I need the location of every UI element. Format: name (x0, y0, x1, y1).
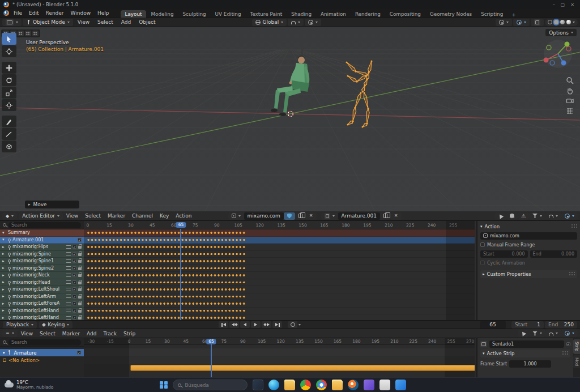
workspace-tab[interactable]: Layout (121, 10, 147, 18)
keyframe-row[interactable] (84, 314, 475, 320)
nla-only-selected-button[interactable] (518, 330, 529, 337)
rotate-tool-button[interactable] (2, 74, 16, 86)
channel-row[interactable]: mixamorig:LeftHand ✓ (0, 308, 84, 315)
cyclic-checkbox[interactable] (480, 261, 485, 265)
start-button[interactable] (160, 381, 168, 389)
toggle-ortho-icon[interactable] (564, 106, 575, 116)
operator-panel[interactable]: ▸Move (25, 201, 79, 208)
select-mode-subtract-icon[interactable] (18, 31, 24, 36)
ds-menu-item[interactable]: Key (156, 211, 172, 220)
select-mode-invert-icon[interactable] (25, 31, 31, 36)
modifiers-icon[interactable] (66, 309, 71, 312)
disclosure-icon[interactable] (2, 287, 6, 292)
lock-icon[interactable] (78, 296, 82, 299)
workspace-tab[interactable]: Modeling (146, 10, 178, 18)
3d-scene-canvas[interactable] (0, 27, 580, 211)
folder-icon[interactable] (332, 380, 343, 390)
pin-icon[interactable] (8, 238, 11, 241)
nla-track-band[interactable] (84, 356, 475, 364)
slot-unlink-button[interactable]: ✕ (391, 212, 402, 220)
keyframe-row[interactable] (84, 308, 475, 315)
channel-row[interactable]: mixamorig:Spine ✓ (0, 251, 84, 258)
keyframe-row[interactable] (84, 237, 475, 244)
browse-action-button[interactable] (228, 212, 244, 220)
blender-menu-icon[interactable] (3, 10, 9, 16)
keyframe-row[interactable] (84, 293, 475, 301)
nla-track-band[interactable] (84, 348, 475, 356)
keyframe-area[interactable]: 0 15 30 45 60 75 90 105 120 1 (84, 221, 475, 320)
xray-toggle[interactable] (531, 19, 544, 26)
disclosure-icon[interactable] (2, 245, 6, 249)
lock-icon[interactable] (78, 260, 82, 263)
modifiers-icon[interactable] (66, 316, 71, 319)
add-workspace-button[interactable]: + (508, 12, 520, 18)
keyframe-dots[interactable] (87, 258, 246, 265)
action-editor-mode-dropdown[interactable]: Action Editor (19, 212, 63, 220)
keyframe-dots[interactable] (87, 293, 246, 300)
keyframe-row[interactable] (84, 258, 475, 265)
disclosure-icon[interactable] (2, 280, 6, 284)
workspace-tab[interactable]: Animation (316, 10, 351, 18)
file-explorer-icon[interactable] (284, 380, 295, 390)
rendered-shading-button[interactable] (566, 20, 571, 24)
nla-playhead[interactable] (211, 344, 212, 377)
pin-icon[interactable] (8, 274, 11, 276)
widgets-app-icon[interactable] (253, 380, 263, 390)
wireframe-shading-button[interactable] (548, 20, 552, 24)
keyframe-row[interactable] (84, 279, 475, 287)
keyframe-row[interactable] (84, 229, 475, 237)
nla-menu-item[interactable]: Strip (120, 329, 139, 338)
pin-icon[interactable] (8, 288, 11, 291)
solid-shading-button[interactable] (554, 20, 558, 24)
ds-search-input[interactable] (8, 222, 81, 228)
action-panel-header[interactable]: ▾Action (480, 223, 577, 231)
ds-timeline-ruler[interactable]: 0 15 30 45 60 75 90 105 120 1 (84, 221, 475, 229)
workspace-tab[interactable]: Shading (287, 10, 316, 18)
filter-dropdown[interactable] (529, 212, 545, 220)
keyframe-row[interactable] (84, 300, 475, 308)
workspace-tab[interactable]: Sculpting (178, 10, 211, 18)
workspace-tab[interactable]: Scripting (476, 10, 508, 18)
keyframe-dots[interactable] (87, 265, 246, 272)
modifiers-icon[interactable] (66, 302, 71, 305)
pan-hand-icon[interactable] (564, 86, 575, 95)
nla-search-input[interactable] (8, 339, 81, 346)
cyclic-animation-row[interactable]: Cyclic Animation (480, 259, 577, 267)
blender-logo-icon[interactable] (3, 2, 9, 7)
channel-row[interactable]: mixamorig:LeftHand ✓ (0, 314, 84, 320)
jump-to-start-button[interactable] (219, 321, 228, 328)
channel-row[interactable]: mixamorig:LeftForeA ✓ (0, 300, 84, 308)
errors-filter-button[interactable]: ⚠ (518, 212, 529, 220)
channel-row[interactable]: mixamorig:LeftShoul ✓ (0, 286, 84, 293)
menu-item[interactable]: Window (67, 8, 95, 18)
next-keyframe-button[interactable] (262, 321, 271, 328)
strip-name-field[interactable]: Sentado1 (489, 340, 564, 348)
disclosure-icon[interactable] (2, 301, 6, 306)
prev-keyframe-button[interactable] (229, 321, 239, 328)
editor-type-dropdown[interactable] (2, 19, 22, 26)
modifiers-icon[interactable] (66, 259, 71, 263)
keyframe-row[interactable] (84, 272, 475, 279)
modifiers-icon[interactable] (66, 280, 71, 284)
channel-row[interactable]: mixamorig:Neck ✓ (0, 272, 84, 279)
chrome-app-icon[interactable] (300, 380, 311, 390)
add-cube-tool-button[interactable] (2, 140, 16, 152)
action-name-field[interactable]: mixamo.com (244, 212, 284, 220)
playback-menu[interactable]: Playback (3, 321, 37, 329)
ghost-filter-button[interactable] (506, 212, 518, 220)
lock-icon[interactable] (78, 274, 82, 277)
menu-item[interactable]: Help (94, 8, 113, 18)
viewport-menu-item[interactable]: Select (94, 18, 117, 27)
slot-dropdown[interactable] (321, 212, 338, 220)
snap-dropdown[interactable] (288, 19, 304, 26)
channel-row[interactable]: mixamorig:Hips ✓ (0, 244, 84, 251)
taskbar-search-input[interactable] (185, 382, 236, 388)
viewport-menu-item[interactable]: View (74, 18, 93, 27)
channel-row[interactable]: mixamorig:Spine2 ✓ (0, 265, 84, 272)
ds-menu-item[interactable]: Select (82, 211, 104, 220)
move-tool-button[interactable] (2, 62, 16, 74)
channel-enable-checkbox[interactable]: ✓ (72, 280, 76, 284)
material-shading-button[interactable] (560, 20, 565, 24)
nla-menu-item[interactable]: Add (83, 329, 100, 338)
keyframe-dots[interactable] (87, 314, 246, 320)
